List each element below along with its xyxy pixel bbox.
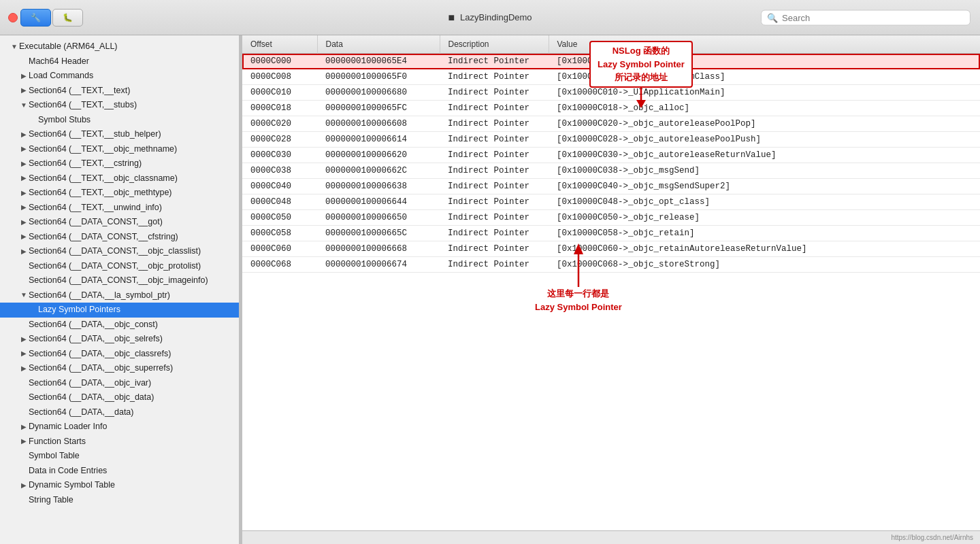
table-row[interactable]: 0000C01800000001000065FCIndirect Pointer… [242,101,980,116]
sidebar-label-section64-text-objc-methname: Section64 (__TEXT,__objc_methname) [29,143,177,156]
table-row[interactable]: 0000C0400000000100006638Indirect Pointer… [242,179,980,194]
cell-offset: 0000C068 [242,257,317,273]
cell-value: [0x10000C038->_objc_msgSend] [549,163,980,179]
sidebar-arrow-section64-text-unwind-info: ▶ [19,203,29,212]
sidebar-label-section64-data-const-got: Section64 (__DATA_CONST,__got) [29,216,163,228]
toolbar-btn-2[interactable]: 🐛 [52,9,83,27]
sidebar-item-section64-text-stub-helper[interactable]: ▶Section64 (__TEXT,__stub_helper) [0,127,239,142]
sidebar-item-section64-text-unwind-info[interactable]: ▶Section64 (__TEXT,__unwind_info) [0,201,239,216]
sidebar-item-section64-text-text[interactable]: ▶Section64 (__TEXT,__text) [0,84,239,99]
table-row[interactable]: 0000C0500000000100006650Indirect Pointer… [242,210,980,226]
search-icon: 🔍 [767,12,778,22]
cell-description: Indirect Pointer [440,116,549,132]
table-row[interactable]: 0000C038000000010000662CIndirect Pointer… [242,163,980,179]
sidebar-item-dynamic-symbol-table[interactable]: ▶Dynamic Symbol Table [0,478,239,493]
sidebar-arrow-section64-data-la-symbol-ptr: ▼ [19,290,29,300]
cell-description: Indirect Pointer [440,194,549,210]
table-row[interactable]: 0000C0200000000100006608Indirect Pointer… [242,116,980,132]
sidebar-label-lazy-symbol-pointers: Lazy Symbol Pointers [38,304,120,316]
sidebar-arrow-dynamic-symbol-table: ▶ [19,481,29,490]
table-row[interactable]: 0000C0480000000100006644Indirect Pointer… [242,194,980,210]
sidebar-arrow-section64-text-text: ▶ [19,86,29,95]
col-header-offset: Offset [242,35,317,54]
toolbar-btn-1[interactable]: 🔧 [20,9,51,27]
sidebar-item-section64-data-objc-classrefs[interactable]: ▶Section64 (__DATA,__objc_classrefs) [0,347,239,362]
sidebar-item-section64-data-objc-data[interactable]: Section64 (__DATA,__objc_data) [0,390,239,405]
sidebar-item-section64-data-objc-superrefs[interactable]: ▶Section64 (__DATA,__objc_superrefs) [0,361,239,376]
footer-bar: https://blog.csdn.net/Airnhs [242,530,980,544]
sidebar-item-symbol-table[interactable]: Symbol Table [0,449,239,464]
sidebar-arrow-section64-data-objc-selrefs: ▶ [19,335,29,344]
sidebar-item-section64-text-cstring[interactable]: ▶Section64 (__TEXT,__cstring) [0,156,239,171]
sidebar-item-section64-text-objc-classname[interactable]: ▶Section64 (__TEXT,__objc_classname) [0,171,239,186]
cell-offset: 0000C040 [242,179,317,194]
sidebar-item-data-in-code-entries[interactable]: Data in Code Entries [0,464,239,479]
cell-data: 0000000100006668 [317,241,440,257]
annotation-bottom-text: 这里每一行都是 Lazy Symbol Pointer [535,287,622,313]
cell-data: 0000000100006650 [317,210,440,226]
sidebar-item-symbol-stubs[interactable]: Symbol Stubs [0,113,239,128]
sidebar-item-section64-data-const-objc-classlist[interactable]: ▶Section64 (__DATA_CONST,__objc_classlis… [0,244,239,259]
sidebar-label-dynamic-loader-info: Dynamic Loader Info [29,421,107,433]
cell-description: Indirect Pointer [440,85,549,101]
cell-offset: 0000C010 [242,85,317,101]
sidebar-item-executable[interactable]: ▼Executable (ARM64_ALL) [0,39,239,54]
sidebar-item-section64-text-objc-methname[interactable]: ▶Section64 (__TEXT,__objc_methname) [0,142,239,157]
sidebar-item-section64-text-objc-methtype[interactable]: ▶Section64 (__TEXT,__objc_methtype) [0,186,239,201]
sidebar-arrow-section64-text-stub-helper: ▶ [19,130,29,139]
sidebar-item-dynamic-loader-info[interactable]: ▶Dynamic Loader Info [0,420,239,435]
sidebar-item-section64-data-const-got[interactable]: ▶Section64 (__DATA_CONST,__got) [0,215,239,230]
sidebar-label-section64-text-cstring: Section64 (__TEXT,__cstring) [29,158,142,170]
sidebar-arrow-section64-data-objc-classrefs: ▶ [19,349,29,358]
sidebar-label-section64-text-unwind-info: Section64 (__TEXT,__unwind_info) [29,202,162,214]
table-row[interactable]: 0000C0280000000100006614Indirect Pointer… [242,132,980,148]
close-button[interactable] [8,13,18,22]
sidebar-item-section64-data-const-cfstring[interactable]: ▶Section64 (__DATA_CONST,__cfstring) [0,230,239,245]
table-row[interactable]: 0000C0600000000100006668Indirect Pointer… [242,241,980,257]
cell-value: [0x10000C050->_objc_release] [549,210,980,226]
sidebar-item-section64-data-objc-ivar[interactable]: Section64 (__DATA,__objc_ivar) [0,376,239,391]
sidebar-item-function-starts[interactable]: ▶Function Starts [0,435,239,449]
footer-url: https://blog.csdn.net/Airnhs [891,534,973,541]
sidebar-item-lazy-symbol-pointers[interactable]: Lazy Symbol Pointers [0,303,239,318]
cell-description: Indirect Pointer [440,210,549,226]
cell-data: 0000000100006674 [317,257,440,273]
sidebar-label-section64-data-objc-classrefs: Section64 (__DATA,__objc_classrefs) [29,348,171,360]
cell-data: 0000000100006620 [317,148,440,163]
table-row[interactable]: 0000C00000000001000065E4Indirect Pointer… [242,54,980,69]
sidebar-item-string-table[interactable]: String Table [0,493,239,508]
search-input[interactable] [782,12,964,22]
table-row[interactable]: 0000C00800000001000065F0Indirect Pointer… [242,69,980,85]
table-header-row: Offset Data Description Value [242,35,980,54]
sidebar-item-mach64-header[interactable]: Mach64 Header [0,54,239,69]
sidebar-item-section64-data-const-objc-protolist[interactable]: Section64 (__DATA_CONST,__objc_protolist… [0,259,239,274]
sidebar-label-section64-text-stub-helper: Section64 (__TEXT,__stub_helper) [29,129,161,141]
cell-offset: 0000C030 [242,148,317,163]
sidebar-item-section64-data-objc-selrefs[interactable]: ▶Section64 (__DATA,__objc_selrefs) [0,332,239,347]
table-row[interactable]: 0000C0300000000100006620Indirect Pointer… [242,148,980,163]
col-header-value: Value [549,35,980,54]
sidebar-item-load-commands[interactable]: ▶Load Commands [0,69,239,84]
cell-offset: 0000C018 [242,101,317,116]
sidebar-label-section64-data-data: Section64 (__DATA,__data) [29,407,134,419]
sidebar-item-section64-text-stubs[interactable]: ▼Section64 (__TEXT,__stubs) [0,98,239,113]
cell-offset: 0000C038 [242,163,317,179]
search-box[interactable]: 🔍 [761,10,970,25]
table-row[interactable]: 0000C0680000000100006674Indirect Pointer… [242,257,980,273]
sidebar-item-section64-data-const-objc-imageinfo[interactable]: Section64 (__DATA_CONST,__objc_imageinfo… [0,273,239,288]
cell-description: Indirect Pointer [440,148,549,163]
cell-data: 00000001000065E4 [317,54,440,69]
sidebar-arrow-section64-text-objc-classname: ▶ [19,173,29,183]
sidebar-label-symbol-stubs: Symbol Stubs [38,114,91,126]
cell-description: Indirect Pointer [440,69,549,85]
cell-value: [0x10000C030->_objc_autoreleaseReturnVal… [549,148,980,163]
cell-offset: 0000C060 [242,241,317,257]
sidebar-item-section64-data-data[interactable]: Section64 (__DATA,__data) [0,405,239,420]
bug-icon: 🐛 [63,13,73,22]
sidebar-item-section64-data-la-symbol-ptr[interactable]: ▼Section64 (__DATA,__la_symbol_ptr) [0,288,239,303]
cell-data: 00000001000065FC [317,101,440,116]
sidebar-item-section64-data-objc-const[interactable]: Section64 (__DATA,__objc_const) [0,318,239,333]
sidebar-label-section64-data-const-objc-imageinfo: Section64 (__DATA_CONST,__objc_imageinfo… [29,275,208,287]
table-row[interactable]: 0000C058000000010000665CIndirect Pointer… [242,226,980,241]
table-row[interactable]: 0000C0100000000100006680Indirect Pointer… [242,85,980,101]
